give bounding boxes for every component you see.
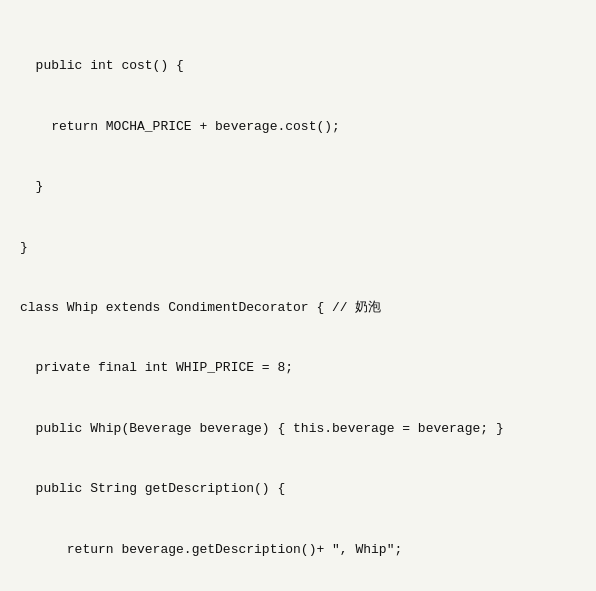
code-line: public Whip(Beverage beverage) { this.be…: [20, 419, 576, 439]
code-line: }: [20, 238, 576, 258]
code-line: return MOCHA_PRICE + beverage.cost();: [20, 117, 576, 137]
code-section-1: public int cost() { return MOCHA_PRICE +…: [20, 16, 576, 591]
code-line: public String getDescription() {: [20, 479, 576, 499]
code-line: }: [20, 177, 576, 197]
code-line: class Whip extends CondimentDecorator { …: [20, 298, 576, 318]
code-line: return beverage.getDescription()+ ", Whi…: [20, 540, 576, 560]
code-line: private final int WHIP_PRICE = 8;: [20, 358, 576, 378]
code-line: public int cost() {: [20, 56, 576, 76]
